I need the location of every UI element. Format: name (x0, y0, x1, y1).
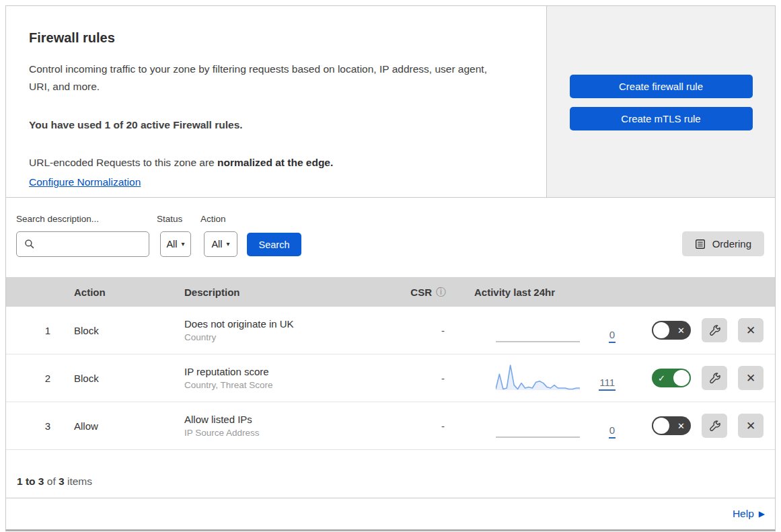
rule-action: Block (67, 325, 184, 336)
rule-description: IP reputation score (184, 366, 393, 377)
help-link[interactable]: Help ▶ (733, 508, 765, 520)
info-icon[interactable]: ⓘ (436, 286, 446, 299)
rule-description: Allow listed IPs (184, 414, 393, 425)
wrench-icon (709, 325, 720, 336)
help-link-label: Help (733, 508, 754, 520)
help-bar: Help ▶ (6, 498, 775, 529)
activity-count-link[interactable]: 0 (609, 330, 616, 343)
toggle-knob (653, 322, 669, 338)
page-description: Control incoming traffic to your zone by… (29, 61, 508, 95)
toggle-x-icon: ✕ (677, 326, 685, 335)
edit-rule-button[interactable] (702, 366, 727, 390)
toggle-x-icon: ✕ (677, 422, 685, 430)
close-icon: ✕ (746, 371, 755, 385)
top-section: Firewall rules Control incoming traffic … (6, 6, 775, 198)
search-button[interactable]: Search (247, 233, 301, 256)
rule-controls: ✕ ✕ (618, 414, 775, 438)
rule-description: Does not originate in UK (184, 318, 393, 330)
ordering-list-icon (695, 239, 706, 250)
chevron-down-icon: ▾ (182, 241, 185, 248)
csr-header: CSR ⓘ (393, 286, 450, 299)
normalization-text: URL-encoded Requests to this zone are (29, 157, 217, 168)
range-text: 1 to 3 (17, 476, 44, 487)
rule-csr: - (393, 325, 450, 336)
toggle-knob (653, 418, 669, 434)
rule-activity-cell: 0 (450, 307, 618, 354)
rule-controls: ✕ ✕ (618, 318, 775, 342)
of-text: of (44, 476, 59, 487)
action-label: Action (200, 214, 226, 224)
activity-header: Activity last 24hr (450, 287, 618, 298)
activity-count-link[interactable]: 0 (609, 425, 616, 439)
pagination-summary: 1 to 3 of 3 items (6, 450, 775, 498)
search-box (16, 231, 149, 257)
edit-rule-button[interactable] (702, 318, 727, 342)
delete-rule-button[interactable]: ✕ (738, 414, 764, 438)
rule-fields: Country (184, 332, 393, 342)
search-input[interactable] (35, 232, 149, 256)
intro-card: Firewall rules Control incoming traffic … (6, 6, 547, 197)
status-select[interactable]: All ▾ (160, 231, 191, 257)
ordering-button-label: Ordering (712, 238, 751, 250)
action-header: Action (67, 287, 184, 298)
close-icon: ✕ (746, 419, 755, 433)
rule-enabled-toggle[interactable]: ✕ (652, 416, 691, 435)
rule-csr: - (393, 373, 450, 384)
normalization-note: URL-encoded Requests to this zone are no… (29, 154, 508, 172)
status-label: Status (157, 214, 182, 224)
search-label: Search description... (16, 214, 99, 224)
items-text: items (65, 476, 92, 487)
create-mtls-rule-button[interactable]: Create mTLS rule (570, 107, 753, 130)
rule-activity-cell: 111 (450, 354, 618, 402)
activity-sparkline-chart (496, 363, 580, 391)
rule-csr: - (393, 420, 450, 432)
table-row: 3 Allow Allow listed IPs IP Source Addre… (6, 402, 775, 450)
ordering-button[interactable]: Ordering (682, 231, 764, 256)
arrow-right-icon: ▶ (759, 510, 765, 518)
table-row: 1 Block Does not originate in UK Country… (6, 307, 775, 354)
table-row: 2 Block IP reputation score Country, Thr… (6, 354, 775, 402)
rule-fields: Country, Threat Score (184, 380, 393, 390)
action-select-value: All (211, 239, 222, 250)
action-select[interactable]: All ▾ (204, 231, 237, 257)
activity-count-link[interactable]: 111 (599, 377, 616, 391)
create-firewall-rule-button[interactable]: Create firewall rule (570, 75, 753, 98)
activity-flat-sparkline (496, 341, 580, 342)
wrench-icon (709, 420, 720, 432)
chevron-down-icon: ▾ (227, 241, 230, 248)
rule-action: Block (67, 373, 184, 384)
csr-header-label: CSR (410, 287, 432, 298)
configure-normalization-link[interactable]: Configure Normalization (29, 176, 141, 188)
rule-controls: ✓ ✕ (618, 366, 775, 390)
rule-priority: 2 (6, 373, 67, 384)
actions-panel: Create firewall rule Create mTLS rule (547, 6, 775, 197)
wrench-icon (709, 373, 720, 384)
check-icon: ✓ (658, 374, 665, 383)
edit-rule-button[interactable] (702, 414, 727, 438)
rule-fields: IP Source Address (184, 428, 393, 438)
rule-priority: 3 (6, 420, 67, 432)
delete-rule-button[interactable]: ✕ (738, 366, 764, 390)
total-count: 3 (59, 476, 65, 487)
delete-rule-button[interactable]: ✕ (738, 318, 764, 342)
rule-priority: 1 (6, 325, 67, 336)
filter-bar: Search description... Status Action All … (6, 198, 775, 277)
toggle-knob (673, 370, 690, 386)
rule-activity-cell: 0 (450, 402, 618, 449)
status-select-value: All (166, 239, 177, 250)
page-title: Firewall rules (29, 30, 517, 46)
firewall-rules-panel: Firewall rules Control incoming traffic … (5, 5, 776, 531)
rule-action: Allow (67, 420, 184, 432)
table-header: Action Description CSR ⓘ Activity last 2… (6, 277, 775, 307)
normalization-bold: normalized at the edge. (217, 157, 333, 168)
usage-summary: You have used 1 of 20 active Firewall ru… (29, 116, 508, 134)
close-icon: ✕ (746, 324, 755, 338)
rule-enabled-toggle[interactable]: ✓ (652, 369, 691, 387)
search-icon (24, 239, 35, 250)
rule-enabled-toggle[interactable]: ✕ (652, 321, 691, 340)
description-header: Description (184, 287, 393, 298)
activity-flat-sparkline (496, 436, 580, 438)
